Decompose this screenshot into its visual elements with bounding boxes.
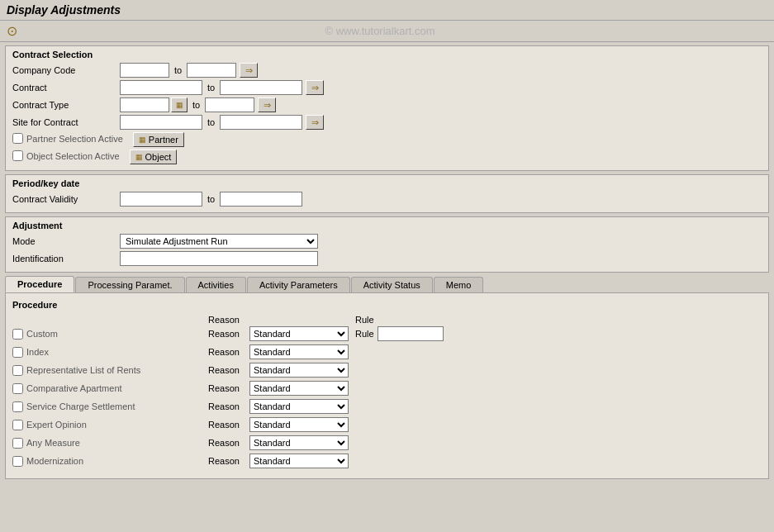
tab-memo[interactable]: Memo bbox=[434, 277, 484, 292]
contract-validity-to[interactable] bbox=[220, 192, 302, 207]
proc-service-charge-reason-dropdown[interactable]: StandardCustomNone bbox=[249, 399, 349, 414]
tab-processing-paramet[interactable]: Processing Paramet. bbox=[75, 277, 184, 292]
tab-activity-parameters[interactable]: Activity Parameters bbox=[247, 277, 350, 292]
back-icon[interactable]: ⊙ bbox=[7, 23, 17, 39]
contract-to[interactable] bbox=[220, 80, 302, 95]
contract-type-lookup-icon[interactable]: ▦ bbox=[171, 97, 188, 112]
contract-type-from[interactable] bbox=[120, 97, 169, 112]
company-code-arrow-btn[interactable]: ⇒ bbox=[240, 63, 258, 78]
identification-input[interactable] bbox=[120, 251, 318, 266]
proc-custom-reason-dropdown[interactable]: StandardCustomNone bbox=[249, 326, 349, 341]
object-selection-checkbox[interactable] bbox=[12, 150, 23, 161]
site-contract-to[interactable] bbox=[220, 115, 302, 130]
identification-row: Identification bbox=[12, 251, 762, 266]
contract-type-to[interactable] bbox=[205, 97, 254, 112]
proc-modernization-reason-label: Reason bbox=[208, 456, 249, 466]
proc-custom-reason-label: Reason bbox=[208, 329, 249, 339]
partner-object-row: Partner Selection Active ▦ Partner bbox=[12, 132, 762, 147]
proc-any-measure-checkbox[interactable] bbox=[12, 438, 23, 449]
company-code-to-label: to bbox=[174, 65, 182, 75]
object-btn-label: Object bbox=[145, 152, 172, 162]
contract-type-to-label: to bbox=[192, 100, 200, 110]
contract-type-arrow-btn[interactable]: ⇒ bbox=[258, 97, 276, 112]
tab-activity-status[interactable]: Activity Status bbox=[351, 277, 433, 292]
object-button[interactable]: ▦ Object bbox=[130, 150, 178, 164]
proc-any-measure-reason-dropdown[interactable]: StandardCustomNone bbox=[249, 435, 349, 450]
proc-service-charge-label: Service Charge Settlement bbox=[26, 401, 208, 411]
partner-button[interactable]: ▦ Partner bbox=[133, 132, 184, 147]
tab-content-procedure: Procedure Reason Rule Custom Reason Stan… bbox=[5, 292, 769, 479]
company-code-label: Company Code bbox=[12, 65, 120, 75]
proc-custom-checkbox[interactable] bbox=[12, 329, 23, 340]
proc-service-charge-checkbox[interactable] bbox=[12, 401, 23, 412]
site-contract-row: Site for Contract to ⇒ bbox=[12, 115, 762, 130]
contract-validity-from[interactable] bbox=[120, 192, 202, 207]
proc-comparative-reason-label: Reason bbox=[208, 383, 249, 393]
proc-index-reason-dropdown[interactable]: StandardCustomNone bbox=[249, 344, 349, 359]
period-section: Period/key date Contract Validity to bbox=[5, 174, 769, 213]
proc-representative-label: Representative List of Rents bbox=[26, 365, 208, 375]
proc-custom-rule-input[interactable] bbox=[378, 326, 444, 341]
contract-arrow-btn[interactable]: ⇒ bbox=[306, 80, 324, 95]
partner-selection-row: Partner Selection Active bbox=[12, 133, 123, 144]
proc-representative-checkbox[interactable] bbox=[12, 365, 23, 376]
tabs-container: Procedure Processing Paramet. Activities… bbox=[5, 276, 769, 292]
proc-service-charge-reason-label: Reason bbox=[208, 401, 249, 411]
partner-lookup-icon: ▦ bbox=[139, 135, 146, 144]
proc-comparative-reason-dropdown[interactable]: StandardCustomNone bbox=[249, 381, 349, 396]
proc-custom-rule-label: Rule bbox=[355, 329, 374, 339]
proc-row-expert: Expert Opinion Reason StandardCustomNone bbox=[12, 417, 762, 432]
toolbar-left: ⊙ bbox=[7, 23, 17, 39]
company-code-row: Company Code to ⇒ bbox=[12, 63, 762, 78]
proc-index-reason-label: Reason bbox=[208, 347, 249, 357]
adjustment-section: Adjustment Mode Simulate Adjustment Run … bbox=[5, 216, 769, 273]
mode-row: Mode Simulate Adjustment Run Productive … bbox=[12, 234, 762, 249]
proc-expert-label: Expert Opinion bbox=[26, 420, 208, 430]
site-contract-to-label: to bbox=[207, 117, 215, 127]
proc-comparative-checkbox[interactable] bbox=[12, 383, 23, 394]
company-code-from[interactable] bbox=[120, 63, 169, 78]
object-selection-row: Object Selection Active bbox=[12, 150, 120, 161]
proc-modernization-label: Modernization bbox=[26, 456, 208, 466]
tab-activities[interactable]: Activities bbox=[186, 277, 246, 292]
proc-any-measure-reason-label: Reason bbox=[208, 438, 249, 448]
proc-row-modernization: Modernization Reason StandardCustomNone bbox=[12, 454, 762, 468]
proc-representative-reason-dropdown[interactable]: StandardCustomNone bbox=[249, 363, 349, 378]
tab-procedure[interactable]: Procedure bbox=[5, 276, 74, 292]
partner-selection-checkbox[interactable] bbox=[12, 133, 23, 144]
contract-row: Contract to ⇒ bbox=[12, 80, 762, 95]
period-section-title: Period/key date bbox=[12, 178, 762, 188]
procedure-content-title: Procedure bbox=[12, 300, 762, 310]
proc-row-custom: Custom Reason StandardCustomNone Rule bbox=[12, 326, 762, 341]
partner-btn-label: Partner bbox=[149, 135, 178, 145]
adjustment-section-title: Adjustment bbox=[12, 221, 762, 230]
object-row: Object Selection Active ▦ Object bbox=[12, 150, 762, 164]
proc-index-checkbox[interactable] bbox=[12, 347, 23, 358]
site-contract-label: Site for Contract bbox=[12, 117, 120, 127]
site-contract-from[interactable] bbox=[120, 115, 202, 130]
proc-custom-label: Custom bbox=[26, 329, 208, 339]
mode-dropdown[interactable]: Simulate Adjustment Run Productive Run bbox=[120, 234, 318, 249]
proc-row-any-measure: Any Measure Reason StandardCustomNone bbox=[12, 435, 762, 450]
proc-row-service-charge: Service Charge Settlement Reason Standar… bbox=[12, 399, 762, 414]
rule-col-header: Rule bbox=[355, 315, 374, 325]
proc-representative-reason-label: Reason bbox=[208, 365, 249, 375]
contract-from[interactable] bbox=[120, 80, 202, 95]
proc-index-label: Index bbox=[26, 347, 208, 357]
contract-validity-to-label: to bbox=[207, 194, 215, 204]
proc-modernization-checkbox[interactable] bbox=[12, 456, 23, 467]
contract-selection-title: Contract Selection bbox=[12, 50, 762, 59]
proc-expert-checkbox[interactable] bbox=[12, 420, 23, 430]
proc-row-representative: Representative List of Rents Reason Stan… bbox=[12, 363, 762, 378]
mode-label: Mode bbox=[12, 236, 120, 246]
title-bar: Display Adjustments bbox=[0, 0, 774, 21]
object-selection-label: Object Selection Active bbox=[26, 151, 120, 161]
procedure-header-row: Reason Rule bbox=[12, 315, 762, 325]
proc-expert-reason-dropdown[interactable]: StandardCustomNone bbox=[249, 417, 349, 432]
site-contract-arrow-btn[interactable]: ⇒ bbox=[306, 115, 324, 130]
company-code-to[interactable] bbox=[187, 63, 236, 78]
contract-label: Contract bbox=[12, 83, 120, 93]
proc-row-comparative: Comparative Apartment Reason StandardCus… bbox=[12, 381, 762, 396]
watermark: © www.tutorialkart.com bbox=[17, 25, 743, 37]
proc-modernization-reason-dropdown[interactable]: StandardCustomNone bbox=[249, 454, 349, 468]
